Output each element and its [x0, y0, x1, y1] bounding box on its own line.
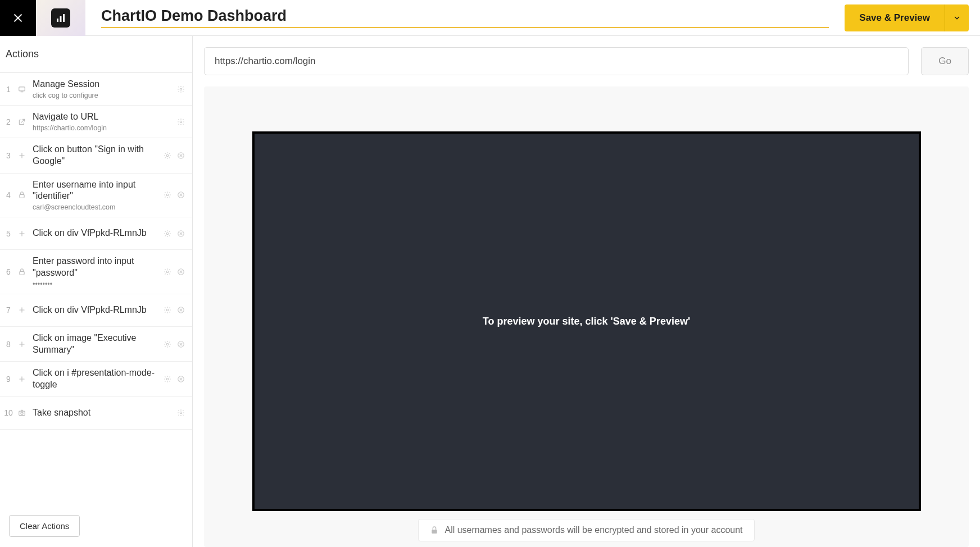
action-number: 5 — [2, 229, 15, 238]
save-preview-button[interactable]: Save & Preview — [845, 4, 945, 31]
action-item[interactable]: 1Manage Sessionclick cog to configure — [0, 73, 192, 106]
encryption-notice: All usernames and passwords will be encr… — [418, 519, 754, 541]
remove-icon[interactable] — [176, 375, 185, 384]
gear-icon[interactable] — [163, 151, 172, 160]
clear-actions-button[interactable]: Clear Actions — [9, 515, 80, 537]
action-list: 1Manage Sessionclick cog to configure2Na… — [0, 73, 192, 505]
action-item[interactable]: 3Click on button "Sign in with Google" — [0, 138, 192, 174]
svg-point-10 — [166, 194, 169, 197]
action-title: Click on div VfPpkd-RLmnJb — [33, 304, 163, 316]
gear-icon[interactable] — [176, 85, 185, 94]
action-controls — [163, 190, 188, 199]
action-controls — [163, 375, 188, 384]
action-title: Take snapshot — [33, 407, 176, 419]
action-number: 4 — [2, 190, 15, 199]
content-area: Go To preview your site, click 'Save & P… — [193, 36, 980, 547]
action-controls — [163, 340, 188, 349]
action-subtitle: click cog to configure — [33, 92, 176, 99]
close-icon — [12, 12, 24, 24]
remove-icon[interactable] — [176, 229, 185, 238]
action-text: Navigate to URLhttps://chartio.com/login — [29, 111, 176, 132]
action-item[interactable]: 4Enter username into input "identifier"c… — [0, 174, 192, 218]
svg-point-17 — [166, 309, 169, 312]
action-number: 8 — [2, 340, 15, 349]
lock-icon — [15, 268, 29, 276]
url-bar-row: Go — [204, 47, 969, 75]
action-title: Click on div VfPpkd-RLmnJb — [33, 227, 163, 239]
preview-container: To preview your site, click 'Save & Prev… — [204, 86, 969, 547]
gear-icon[interactable] — [176, 408, 185, 417]
camera-icon — [15, 409, 29, 417]
bar-chart-icon — [51, 8, 70, 28]
action-item[interactable]: 2Navigate to URLhttps://chartio.com/logi… — [0, 106, 192, 138]
svg-point-24 — [21, 412, 23, 414]
save-dropdown-button[interactable] — [945, 4, 969, 31]
action-text: Click on image "Executive Summary" — [29, 332, 163, 356]
chevron-down-icon — [953, 14, 961, 22]
action-item[interactable]: 5Click on div VfPpkd-RLmnJb — [0, 217, 192, 250]
svg-rect-0 — [57, 19, 58, 22]
svg-rect-14 — [20, 271, 24, 275]
gear-icon[interactable] — [176, 117, 185, 126]
main-area: Actions 1Manage Sessionclick cog to conf… — [0, 36, 980, 547]
action-item[interactable]: 8Click on image "Executive Summary" — [0, 327, 192, 362]
gear-icon[interactable] — [163, 190, 172, 199]
action-item[interactable]: 7Click on div VfPpkd-RLmnJb — [0, 294, 192, 327]
svg-rect-26 — [432, 530, 437, 534]
app-logo — [36, 0, 85, 36]
action-title: Navigate to URL — [33, 111, 176, 123]
title-container — [85, 7, 845, 28]
action-number: 9 — [2, 375, 15, 384]
action-number: 6 — [2, 267, 15, 276]
plus-icon — [15, 230, 29, 238]
remove-icon[interactable] — [176, 151, 185, 160]
go-button[interactable]: Go — [921, 47, 969, 75]
plus-icon — [15, 375, 29, 383]
svg-point-25 — [180, 412, 182, 414]
action-controls — [163, 151, 188, 160]
action-subtitle: https://chartio.com/login — [33, 124, 176, 132]
action-text: Click on div VfPpkd-RLmnJb — [29, 304, 163, 316]
action-text: Enter username into input "identifier"ca… — [29, 179, 163, 212]
lock-icon — [430, 526, 439, 535]
gear-icon[interactable] — [163, 267, 172, 276]
close-button[interactable] — [0, 0, 36, 36]
action-number: 3 — [2, 151, 15, 160]
action-text: Click on div VfPpkd-RLmnJb — [29, 227, 163, 239]
action-text: Manage Sessionclick cog to configure — [29, 79, 176, 99]
dashboard-title-input[interactable] — [101, 7, 829, 28]
action-item[interactable]: 10Take snapshot — [0, 397, 192, 430]
svg-point-6 — [180, 121, 182, 123]
action-title: Enter username into input "identifier" — [33, 179, 163, 203]
save-button-group: Save & Preview — [845, 4, 969, 31]
remove-icon[interactable] — [176, 267, 185, 276]
action-text: Click on i #presentation-mode-toggle — [29, 367, 163, 391]
action-number: 1 — [2, 85, 15, 94]
action-controls — [163, 229, 188, 238]
action-number: 10 — [2, 408, 15, 417]
action-item[interactable]: 6Enter password into input "password"•••… — [0, 250, 192, 294]
action-text: Click on button "Sign in with Google" — [29, 144, 163, 167]
svg-rect-9 — [20, 195, 24, 198]
plus-icon — [15, 152, 29, 159]
remove-icon[interactable] — [176, 306, 185, 314]
action-subtitle: carl@screencloudtest.com — [33, 203, 163, 211]
session-icon — [15, 85, 29, 93]
action-item[interactable]: 9Click on i #presentation-mode-toggle — [0, 362, 192, 397]
action-number: 7 — [2, 306, 15, 314]
gear-icon[interactable] — [163, 340, 172, 349]
svg-rect-2 — [63, 14, 65, 22]
svg-point-12 — [166, 233, 169, 235]
action-title: Manage Session — [33, 79, 176, 90]
remove-icon[interactable] — [176, 190, 185, 199]
remove-icon[interactable] — [176, 340, 185, 349]
action-subtitle: •••••••• — [33, 280, 163, 288]
header-bar: Save & Preview — [0, 0, 980, 36]
action-controls — [176, 85, 188, 94]
gear-icon[interactable] — [163, 229, 172, 238]
url-input[interactable] — [204, 47, 909, 75]
svg-point-7 — [166, 154, 169, 157]
gear-icon[interactable] — [163, 375, 172, 384]
actions-sidebar: Actions 1Manage Sessionclick cog to conf… — [0, 36, 193, 547]
gear-icon[interactable] — [163, 306, 172, 314]
